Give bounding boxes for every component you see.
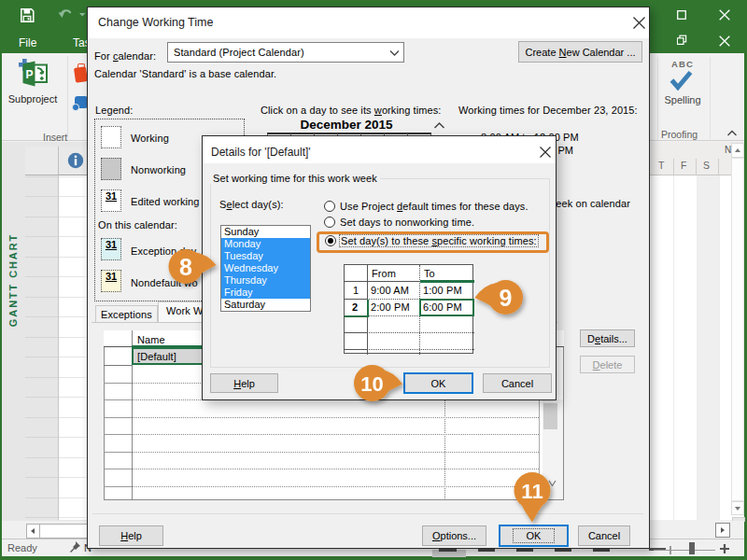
svg-text:P: P [25, 68, 33, 81]
